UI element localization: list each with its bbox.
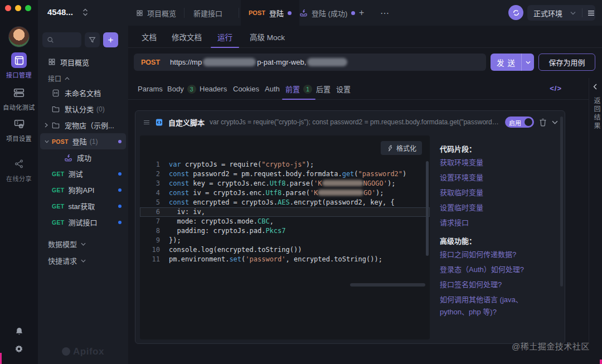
tree-item-默认分类[interactable]: 默认分类(0) xyxy=(40,101,126,117)
section-api[interactable]: 接口 xyxy=(48,74,70,83)
drag-handle-icon[interactable] xyxy=(143,120,150,125)
code-line[interactable]: 8 padding: cryptoJs.pad.Pkcs7 xyxy=(140,226,430,236)
delete-trash-icon[interactable] xyxy=(539,118,547,127)
code-token: .parse( xyxy=(281,189,310,197)
minimize-window-button[interactable] xyxy=(15,5,21,11)
redacted-url-segment xyxy=(203,58,256,66)
tree-item-star获取[interactable]: GETstar获取 xyxy=(40,198,126,214)
rail-item-online-share[interactable]: 在线分享 xyxy=(0,156,38,183)
code-token: ( xyxy=(354,170,358,178)
rail-item-automation[interactable]: 自动化测试 xyxy=(0,85,38,111)
request-method[interactable]: POST xyxy=(134,59,170,66)
code-view-icon[interactable]: </> xyxy=(550,84,562,93)
sidebar-section-data-models[interactable]: 数据模型 xyxy=(48,239,86,249)
tree-item-成功[interactable]: 成功 xyxy=(40,149,126,166)
tree-item-宠物店（示例...[interactable]: 宠物店（示例... xyxy=(40,117,126,133)
sidebar-item-project-overview[interactable]: 项目概览 xyxy=(42,55,124,69)
doc-tab-高级 Mock[interactable]: 高级 Mock xyxy=(250,26,285,48)
req-tab-Body[interactable]: Body3 xyxy=(167,78,196,100)
code-line[interactable]: 1var cryptoJs = require("crypto-js"); xyxy=(140,160,430,169)
req-tab-Auth[interactable]: Auth xyxy=(265,78,280,100)
maximize-window-button[interactable] xyxy=(25,5,31,11)
code-line[interactable]: 6 iv: iv, xyxy=(140,207,430,217)
add-button[interactable]: + xyxy=(103,32,118,47)
code-line[interactable]: 9}); xyxy=(140,236,430,245)
snippet-link[interactable]: 获取环境变量 xyxy=(440,157,562,172)
unsaved-dot xyxy=(118,205,122,208)
line-number: 10 xyxy=(140,245,160,255)
toggle-knob xyxy=(525,118,532,126)
sidebar-header: 4548... xyxy=(38,0,128,26)
tab-项目概览[interactable]: 项目概览 xyxy=(128,0,184,26)
req-tab-label: Body xyxy=(167,85,184,93)
avatar[interactable] xyxy=(8,26,30,47)
rail-item-api-manage[interactable]: 接口管理 xyxy=(0,52,38,79)
code-line[interactable]: 11pm.environment.set('password', encrypt… xyxy=(140,255,430,264)
advanced-link[interactable]: 登录态（Auth）如何处理? xyxy=(440,264,549,276)
req-tab-Cookies[interactable]: Cookies xyxy=(233,78,259,100)
tree-item-狗狗API[interactable]: GET狗狗API xyxy=(40,182,126,198)
tree-item-未命名文档[interactable]: 未命名文档 xyxy=(40,85,126,101)
snippet-link[interactable]: 请求接口 xyxy=(440,217,562,232)
more-tabs-button[interactable]: ⋯ xyxy=(372,0,397,26)
send-button[interactable]: 发送 xyxy=(491,54,534,71)
send-options-chevron-icon[interactable] xyxy=(521,54,534,71)
window-controls[interactable] xyxy=(5,5,31,11)
doc-tab-文档[interactable]: 文档 xyxy=(142,26,157,48)
code-line[interactable]: 4const iv = cryptoJs.enc.Utf8.parse('KGO… xyxy=(140,188,430,198)
caret-down-icon[interactable] xyxy=(45,140,50,143)
settings-gear-icon[interactable] xyxy=(0,344,38,355)
expand-results-chevron-icon[interactable] xyxy=(593,84,597,90)
advanced-link[interactable]: 接口之间如何传递数据? xyxy=(440,249,549,261)
sync-icon[interactable] xyxy=(508,5,523,20)
req-tab-设置[interactable]: 设置 xyxy=(336,78,351,100)
caret-right-icon[interactable] xyxy=(45,123,50,128)
help-scrollbar[interactable] xyxy=(560,117,563,287)
code-line[interactable]: 7 mode: cryptoJs.mode.CBC, xyxy=(140,217,430,226)
advanced-link[interactable]: 接口签名如何处理? xyxy=(440,279,549,291)
sidebar-section-quick-requests[interactable]: 快捷请求 xyxy=(48,255,86,266)
tab-登陆[interactable]: POST登陆 xyxy=(241,0,299,26)
result-strip[interactable]: 返回结果 xyxy=(589,78,602,346)
new-tab-button[interactable]: + xyxy=(351,0,372,26)
tree-item-测试接口[interactable]: GET测试接口 xyxy=(40,214,126,230)
req-tab-Params[interactable]: Params xyxy=(138,78,163,100)
req-tab-后置[interactable]: 后置 xyxy=(316,78,331,100)
doc-tab-修改文档[interactable]: 修改文档 xyxy=(172,26,202,48)
environment-selector[interactable]: 正式环境 xyxy=(527,5,595,21)
req-tab-Headers[interactable]: Headers xyxy=(200,78,227,100)
project-name[interactable]: 4548... xyxy=(47,7,73,17)
tab-新建接口[interactable]: 新建接口 xyxy=(186,0,230,26)
request-url[interactable]: https://mp p-pat-mgr-web, xyxy=(170,58,347,66)
snippet-link[interactable]: 设置临时变量 xyxy=(440,202,562,217)
collapse-panel-chevron-icon[interactable] xyxy=(552,120,558,124)
tab-label: 登陆 (成功) xyxy=(312,8,347,18)
case-icon xyxy=(299,9,308,17)
save-as-case-button[interactable]: 保存为用例 xyxy=(538,54,595,71)
code-line[interactable]: 10console.log(encrypted.toString()) xyxy=(140,245,430,255)
project-switcher-icon[interactable] xyxy=(82,8,88,17)
editor-scrollbar[interactable] xyxy=(426,161,429,256)
filter-button[interactable] xyxy=(85,32,100,47)
advanced-link[interactable]: 如何调用其他语言 (java、python、php 等)? xyxy=(440,294,549,318)
search-input[interactable] xyxy=(42,32,81,47)
code-line[interactable]: 3const key = cryptoJs.enc.Utf8.parse('KN… xyxy=(140,179,430,188)
close-window-button[interactable] xyxy=(5,5,11,11)
snippet-link[interactable]: 设置环境变量 xyxy=(440,172,562,187)
format-button[interactable]: 格式化 xyxy=(381,141,422,155)
code-line[interactable]: 5const encrypted = cryptoJs.AES.encrypt(… xyxy=(140,198,430,207)
req-tab-前置[interactable]: 前置1 xyxy=(285,78,312,100)
rail-item-label: 接口管理 xyxy=(0,70,38,79)
code-editor[interactable]: 格式化 1var cryptoJs = require("crypto-js")… xyxy=(140,135,430,339)
enable-toggle[interactable]: 启用 xyxy=(505,117,534,128)
rail-item-project-settings[interactable]: 项目设置 xyxy=(0,116,38,143)
notifications-bell-icon[interactable] xyxy=(0,327,38,336)
request-url-bar[interactable]: POST https://mp p-pat-mgr-web, xyxy=(134,54,486,71)
horizontal-scrollbar[interactable] xyxy=(350,283,425,287)
tree-item-测试[interactable]: GET测试 xyxy=(40,166,126,182)
doc-tab-运行[interactable]: 运行 xyxy=(217,26,232,48)
tree-item-登陆[interactable]: POST登陆(1) xyxy=(40,133,126,149)
code-line[interactable]: 2const password2 = pm.request.body.formd… xyxy=(140,169,430,179)
snippet-link[interactable]: 获取临时变量 xyxy=(440,187,562,202)
result-strip-label[interactable]: 返回结果 xyxy=(592,97,601,130)
